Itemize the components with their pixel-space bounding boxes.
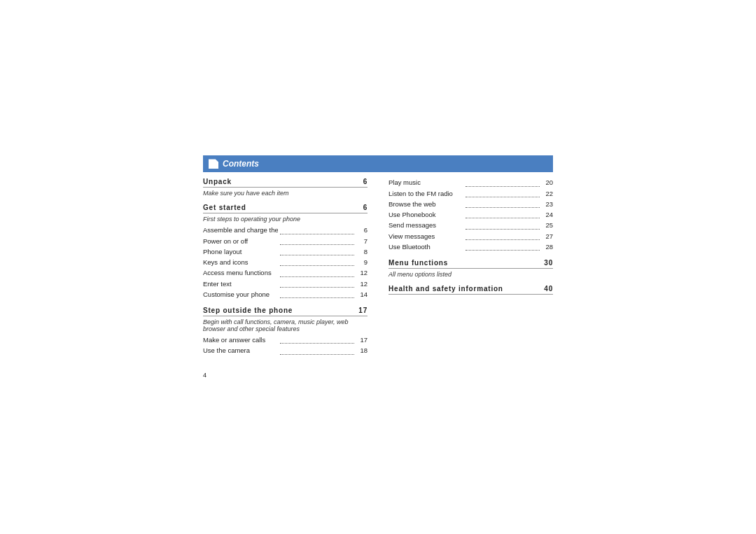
entry-page: 7 [356, 237, 368, 246]
list-item: Use Bluetooth 28 [388, 242, 553, 252]
left-column: Unpack 6 Make sure you have each item Ge… [203, 178, 368, 363]
entry-page: 12 [356, 268, 368, 278]
entry-page: 24 [542, 210, 553, 220]
entry-page: 17 [356, 335, 368, 345]
section-continued: Play music 20 Listen to the FM radio 22 … [388, 178, 553, 252]
section-title-step-outside: Step outside the phone 17 [203, 307, 368, 316]
list-item: Use Phonebook 24 [388, 210, 553, 220]
section-subtitle-get-started: First steps to operating your phone [203, 216, 368, 223]
entry-label: Phone layout [203, 247, 278, 257]
entry-label: Use the camera [203, 346, 278, 356]
entry-label: Listen to the FM radio [388, 189, 463, 199]
dots [280, 267, 355, 276]
section-get-started: Get started 6 First steps to operating y… [203, 204, 368, 300]
dots [280, 246, 355, 255]
entry-label: View messages [388, 232, 463, 241]
section-title-get-started: Get started 6 [203, 204, 368, 213]
list-item: Power on or off 7 [203, 237, 368, 246]
section-title-health-safety: Health and safety information 40 [388, 285, 553, 295]
entry-label: Play music [388, 178, 463, 188]
entry-page: 8 [356, 247, 368, 257]
dots [280, 288, 355, 298]
list-item: Play music 20 [388, 178, 553, 188]
dots [280, 344, 355, 354]
list-item: Access menu functions 12 [203, 268, 368, 278]
entry-page: 22 [542, 189, 553, 199]
entry-page: 20 [542, 178, 553, 188]
section-subtitle-step-outside: Begin with call functions, camera, music… [203, 318, 368, 332]
entry-label: Access menu functions [203, 268, 278, 278]
dots [465, 176, 540, 186]
list-item: Phone layout 8 [203, 247, 368, 257]
dots [280, 278, 355, 288]
entry-page: 12 [356, 279, 368, 289]
section-label-health-safety: Health and safety information [388, 285, 503, 293]
entry-label: Customise your phone [203, 290, 278, 300]
section-subtitle-menu-functions: All menu options listed [388, 271, 553, 278]
entry-label: Make or answer calls [203, 335, 278, 345]
list-item: Assemble and charge the phone 6 [203, 225, 368, 235]
section-step-outside: Step outside the phone 17 Begin with cal… [203, 307, 368, 356]
right-column: Play music 20 Listen to the FM radio 22 … [388, 178, 553, 363]
entry-label: Use Bluetooth [388, 242, 463, 252]
page-number: 4 [203, 372, 553, 379]
entry-page: 27 [542, 232, 553, 241]
contents-header: Contents [203, 155, 553, 172]
dots [465, 219, 540, 229]
list-item: Listen to the FM radio 22 [388, 189, 553, 199]
entry-label: Browse the web [388, 199, 463, 209]
entry-label: Keys and icons [203, 258, 278, 267]
list-item: Browse the web 23 [388, 199, 553, 209]
dots [465, 209, 540, 218]
section-title-menu-functions: Menu functions 30 [388, 259, 553, 269]
section-subtitle-unpack: Make sure you have each item [203, 190, 368, 197]
section-label-menu-functions: Menu functions [388, 259, 448, 267]
section-page-health-safety: 40 [544, 285, 553, 293]
section-unpack: Unpack 6 Make sure you have each item [203, 178, 368, 197]
entry-label: Send messages [388, 220, 463, 230]
document-icon [209, 159, 218, 169]
dots [465, 230, 540, 240]
dots [280, 224, 355, 234]
contents-title: Contents [223, 159, 259, 169]
entry-page: 25 [542, 220, 553, 230]
dots [280, 235, 355, 245]
dots [465, 198, 540, 208]
section-menu-functions: Menu functions 30 All menu options liste… [388, 259, 553, 278]
section-title-unpack: Unpack 6 [203, 178, 368, 188]
list-item: Keys and icons 9 [203, 258, 368, 267]
section-label-step-outside: Step outside the phone [203, 307, 293, 314]
section-health-safety: Health and safety information 40 [388, 285, 553, 295]
section-page-unpack: 6 [363, 178, 368, 185]
section-page-step-outside: 17 [358, 307, 368, 314]
entry-page: 14 [356, 290, 368, 300]
list-item: Send messages 25 [388, 220, 553, 230]
entry-label: Enter text [203, 279, 278, 289]
entry-label: Use Phonebook [388, 210, 463, 220]
entry-page: 6 [356, 225, 368, 235]
page: Contents Unpack 6 Make sure you have eac… [196, 141, 560, 392]
list-item: Use the camera 18 [203, 346, 368, 356]
section-label-get-started: Get started [203, 204, 246, 211]
entry-page: 23 [542, 199, 553, 209]
list-item: Customise your phone 14 [203, 290, 368, 300]
table-of-contents: Unpack 6 Make sure you have each item Ge… [203, 178, 553, 363]
section-label-unpack: Unpack [203, 178, 232, 185]
entry-page: 9 [356, 258, 368, 267]
entry-page: 18 [356, 346, 368, 356]
list-item: Enter text 12 [203, 279, 368, 289]
section-page-get-started: 6 [363, 204, 368, 211]
dots [465, 241, 540, 251]
entry-label: Assemble and charge the phone [203, 225, 278, 235]
entry-page: 28 [542, 242, 553, 252]
dots [280, 334, 355, 344]
section-page-menu-functions: 30 [544, 259, 553, 267]
list-item: View messages 27 [388, 232, 553, 241]
entry-label: Power on or off [203, 237, 278, 246]
dots [280, 256, 355, 266]
list-item: Make or answer calls 17 [203, 335, 368, 345]
dots [465, 188, 540, 197]
